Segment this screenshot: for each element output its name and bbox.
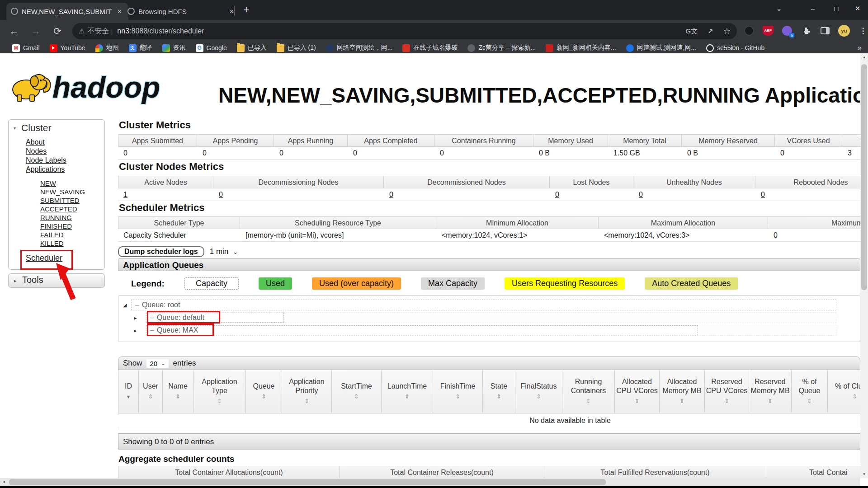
bookmark-zc-share[interactable]: Zc菌分享 – 探索新... (462, 44, 541, 52)
sidebar-cluster-header[interactable]: ▾ Cluster (9, 120, 104, 136)
bookmark-xinnet[interactable]: 新网_新网相关内容... (541, 44, 621, 52)
cell: 0 (118, 147, 197, 160)
lost-nodes-link[interactable]: 0 (555, 191, 559, 198)
vertical-scrollbar-thumb[interactable] (861, 64, 867, 290)
sidebar-item-accepted[interactable]: ACCEPTED (40, 205, 104, 213)
sidebar-item-new[interactable]: NEW (40, 179, 104, 188)
window-minimize-button[interactable]: – (802, 0, 824, 18)
col-state[interactable]: State⇕ (483, 370, 515, 413)
col-allocated-cpu-vcores[interactable]: Allocated CPU VCores⇕ (615, 370, 660, 413)
log-interval-select[interactable]: 1 min ⌄ (210, 247, 238, 256)
adblock-plus-icon[interactable]: ABP (762, 25, 774, 37)
window-close-button[interactable]: ✕ (847, 0, 868, 18)
hadoop-logo-text: hadoop (52, 70, 160, 104)
extension-dark-icon[interactable] (743, 25, 755, 37)
tab-browsing-hdfs[interactable]: Browsing HDFS ✕ (123, 3, 241, 20)
new-tab-button[interactable]: + (240, 4, 253, 17)
col-finishtime[interactable]: FinishTime⇕ (433, 370, 483, 413)
bookmark-speedtest[interactable]: 网速测试,测网速,网... (621, 44, 701, 52)
sidebar-item-applications[interactable]: Applications (26, 165, 104, 174)
col-allocated-memory-mb[interactable]: Allocated Memory MB⇕ (660, 370, 705, 413)
col-application-priority[interactable]: Application Priority⇕ (282, 370, 332, 413)
sidebar-item-new-saving[interactable]: NEW_SAVING (40, 188, 104, 196)
bookmark-gmail[interactable]: MGmail (7, 44, 45, 52)
decommissioned-nodes-link[interactable]: 0 (389, 191, 393, 198)
col-application-type[interactable]: Application Type⇕ (193, 370, 246, 413)
horizontal-scrollbar-thumb[interactable] (9, 479, 606, 485)
tab-search-icon[interactable]: ⌄ (769, 0, 789, 18)
aggregate-scheduler-counts-heading: Aggregate scheduler counts (118, 454, 860, 464)
bookmark-translate[interactable]: 文翻译 (124, 44, 157, 52)
col-launchtime[interactable]: LaunchTime⇕ (382, 370, 433, 413)
sidebar-item-nodes[interactable]: Nodes (26, 147, 104, 156)
bookmark-star-icon[interactable]: ☆ (723, 26, 731, 36)
browser-menu-icon[interactable]: ⋮ (857, 25, 868, 37)
dump-scheduler-logs-button[interactable]: Dump scheduler logs (118, 246, 204, 257)
back-icon[interactable]: ← (6, 23, 22, 39)
queue-row-default[interactable]: ▸ –Queue: default (134, 312, 836, 323)
scroll-up-icon[interactable]: ▲ (860, 53, 868, 61)
sidebar-item-about[interactable]: About (26, 138, 104, 147)
share-icon[interactable]: ↗ (708, 27, 713, 35)
address-bar[interactable]: ⚠ 不安全 | nn3 :8088/cluster/scheduler G文 ↗… (72, 23, 737, 39)
col-name[interactable]: Name⇕ (163, 370, 193, 413)
col-finalstatus[interactable]: FinalStatus⇕ (515, 370, 562, 413)
window-maximize-button[interactable]: ▢ (826, 0, 847, 18)
scroll-left-icon[interactable]: ◄ (0, 478, 8, 486)
horizontal-scrollbar[interactable]: ◄ (0, 478, 860, 486)
col-reserved-cpu-vcores[interactable]: Reserved CPU VCores⇕ (705, 370, 749, 413)
legend-used: Used (259, 277, 292, 290)
bookmark-folder-imported[interactable]: 已导入 (232, 44, 272, 52)
bookmark-github[interactable]: se55i0n · GitHub (701, 44, 769, 52)
col-pct-of-queue[interactable]: % of Queue⇕ (792, 370, 828, 413)
col-header: Rebooted Nodes (755, 176, 860, 188)
col-pct-of-cluster[interactable]: % of Cluster⇕ (828, 370, 860, 413)
bookmark-subdomain-brute[interactable]: 在线子域名爆破 (397, 44, 462, 52)
sidebar-item-node-labels[interactable]: Node Labels (26, 156, 104, 165)
globe-favicon-icon (127, 8, 135, 15)
extensions-puzzle-icon[interactable] (800, 25, 812, 37)
expander-open-icon[interactable]: ◢ (123, 302, 131, 308)
url-path: :8088/cluster/scheduler (129, 27, 204, 35)
queue-row-max[interactable]: ▸ –Queue: MAX (134, 325, 836, 336)
sidebar-item-running[interactable]: RUNNING (40, 213, 104, 222)
bookmark-maps[interactable]: 地图 (90, 44, 124, 52)
profile-avatar[interactable]: yu (838, 25, 850, 37)
col-id[interactable]: ID▼ (118, 370, 139, 413)
col-user[interactable]: User⇕ (139, 370, 163, 413)
tab-close-icon[interactable]: ✕ (227, 7, 236, 16)
extension-purple-icon[interactable]: 6 (781, 25, 793, 37)
translate-icon[interactable]: G文 (686, 27, 698, 36)
entries-count-select[interactable]: 20 ⌄ (146, 359, 169, 368)
queue-row-root[interactable]: ◢ –Queue: root (123, 300, 836, 310)
unhealthy-nodes-link[interactable]: 0 (639, 191, 643, 198)
col-reserved-memory-mb[interactable]: Reserved Memory MB⇕ (749, 370, 792, 413)
gmail-icon: M (12, 44, 20, 52)
bookmark-youtube[interactable]: YouTube (45, 44, 90, 52)
col-queue[interactable]: Queue⇕ (246, 370, 282, 413)
expander-closed-icon[interactable]: ▸ (134, 327, 142, 334)
bookmark-google[interactable]: GGoogle (191, 44, 232, 52)
col-running-containers[interactable]: Running Containers⇕ (562, 370, 615, 413)
tab-yarn-scheduler[interactable]: NEW,NEW_SAVING,SUBMITTED,ACCEPTED,RUNNIN… (6, 3, 128, 20)
bookmarks-overflow-icon[interactable]: » (858, 44, 862, 52)
bookmark-folder-imported-1[interactable]: 已导入 (1) (272, 44, 321, 52)
sidebar-item-submitted[interactable]: SUBMITTED (40, 196, 104, 205)
sidebar-item-finished[interactable]: FINISHED (40, 222, 104, 230)
chevron-down-icon: ▾ (14, 126, 16, 131)
cell: 0 B (682, 147, 775, 160)
sidebar-item-killed[interactable]: KILLED (40, 239, 104, 248)
col-starttime[interactable]: StartTime⇕ (332, 370, 382, 413)
decommissioning-nodes-link[interactable]: 0 (219, 191, 223, 198)
forward-icon[interactable]: → (28, 23, 43, 39)
expander-closed-icon[interactable]: ▸ (134, 314, 142, 321)
rebooted-nodes-link[interactable]: 0 (761, 191, 765, 198)
side-panel-icon[interactable] (819, 25, 831, 37)
active-nodes-link[interactable]: 1 (123, 191, 127, 198)
sidebar-item-failed[interactable]: FAILED (40, 230, 104, 239)
bookmark-news[interactable]: 资讯 (157, 44, 191, 52)
bookmark-cyberspace-mapping[interactable]: 网络空间测绘，网... (321, 44, 398, 52)
vertical-scrollbar[interactable]: ▲ ▼ (860, 53, 868, 478)
scroll-down-icon[interactable]: ▼ (860, 470, 868, 478)
reload-icon[interactable]: ⟳ (50, 23, 65, 39)
